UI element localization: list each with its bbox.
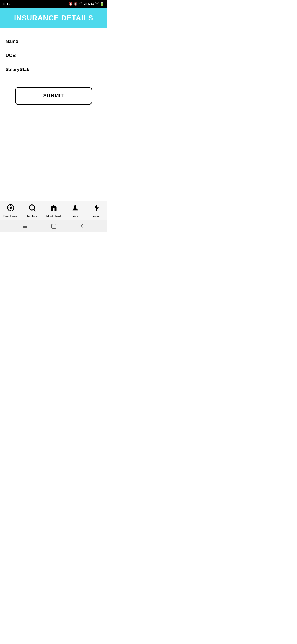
- svg-line-6: [11, 206, 12, 207]
- svg-point-10: [74, 205, 76, 208]
- status-icons: ⏰ 🔇 Vo) LTE1 🔋: [69, 2, 104, 6]
- mute-icon: 🔇: [74, 2, 78, 6]
- system-nav-bar: [0, 220, 107, 232]
- back-button[interactable]: [80, 224, 84, 229]
- submit-button[interactable]: SUBMIT: [15, 87, 92, 105]
- person-icon: [71, 204, 79, 214]
- nav-item-dashboard[interactable]: Dashboard: [2, 204, 19, 218]
- lte-icon: Vo) LTE1: [84, 2, 94, 5]
- salary-slab-label: SalarySlab: [6, 62, 102, 76]
- page-header: INSURANCE DETAILS: [0, 8, 107, 28]
- name-label: Name: [6, 34, 102, 48]
- status-time: 5:12: [3, 2, 10, 6]
- nav-label-dashboard: Dashboard: [3, 215, 18, 218]
- home-button[interactable]: [51, 223, 57, 229]
- page-title: INSURANCE DETAILS: [4, 14, 103, 22]
- nav-label-you: You: [73, 215, 78, 218]
- signal-icon: [95, 2, 99, 6]
- recents-button[interactable]: [23, 224, 28, 229]
- salary-slab-field: SalarySlab: [6, 62, 102, 76]
- dob-label: DOB: [6, 48, 102, 62]
- salary-slab-divider: [6, 76, 102, 76]
- svg-rect-9: [53, 208, 55, 211]
- nav-label-most-used: Most Used: [46, 215, 61, 218]
- bottom-nav: Dashboard Explore Most Used You: [0, 201, 107, 220]
- svg-marker-11: [94, 204, 99, 211]
- status-bar: 5:12 ⏰ 🔇 Vo) LTE1 🔋: [0, 0, 107, 8]
- nav-item-most-used[interactable]: Most Used: [45, 204, 62, 218]
- dob-field: DOB: [6, 48, 102, 62]
- battery-icon: 🔋: [100, 2, 104, 6]
- nav-label-invest: Invest: [92, 215, 100, 218]
- dashboard-icon: [7, 204, 15, 214]
- nav-item-invest[interactable]: Invest: [88, 204, 105, 218]
- form-content: Name DOB SalarySlab SUBMIT: [0, 28, 107, 201]
- alarm-icon: ⏰: [69, 2, 73, 6]
- svg-rect-15: [52, 224, 56, 228]
- nav-label-explore: Explore: [27, 215, 37, 218]
- wifi-icon: [79, 2, 82, 6]
- svg-line-8: [34, 209, 35, 211]
- nav-item-explore[interactable]: Explore: [24, 204, 40, 218]
- nav-item-you[interactable]: You: [67, 204, 83, 218]
- bolt-icon: [93, 204, 100, 214]
- home-icon: [50, 204, 57, 214]
- name-field: Name: [6, 34, 102, 48]
- explore-icon: [28, 204, 36, 214]
